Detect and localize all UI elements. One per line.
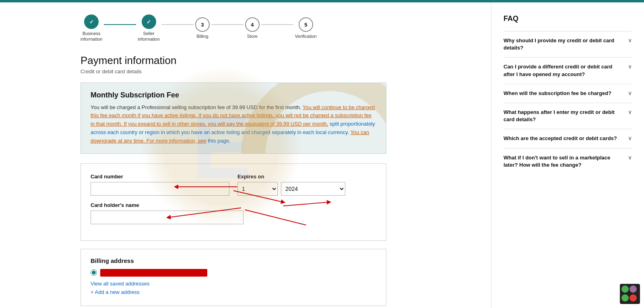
subscription-text: You will be charged a Professional selli… [91,103,376,145]
corner-widget [620,284,640,304]
step-3-label: Billing [196,33,208,39]
card-number-group: Card number [91,174,229,196]
connector-2 [161,24,194,25]
form-row-card: Card number Expires on 1 2 3 4 5 6 7 [91,174,376,196]
sidebar: FAQ Why should I provide my credit or de… [491,2,644,308]
view-all-addresses-button[interactable]: View all saved addresses [91,281,149,287]
card-holder-label: Card holder's name [91,202,376,208]
billing-box: Billing address ████████████████████████… [80,249,386,306]
faq-question-1: Why should I provide my credit or debit … [504,37,628,52]
faq-item-5[interactable]: Which are the accepted credit or debit c… [504,129,632,148]
step-1-circle: ✓ [84,14,99,29]
step-4: 4 Store [245,17,260,39]
billing-address-row[interactable]: ████████████████████████████ [91,269,376,277]
step-1-label: Businessinformation [80,31,102,42]
step-4-circle: 4 [245,17,260,32]
card-holder-input[interactable] [91,211,244,224]
card-number-label: Card number [91,174,229,180]
corner-dot-1 [621,285,629,293]
form-row-name: Card holder's name [91,202,376,224]
faq-item-3[interactable]: When will the subscription fee be charge… [504,84,632,103]
faq-chevron-4: ∨ [628,109,632,115]
connector-3 [211,24,244,25]
faq-question-5: Which are the accepted credit or debit c… [504,135,628,142]
faq-chevron-6: ∨ [628,154,632,161]
faq-item-4[interactable]: What happens after I enter my credit or … [504,103,632,129]
step-3-circle: 3 [195,17,210,32]
corner-dot-2 [630,285,637,293]
corner-dot-4 [630,294,637,302]
billing-radio[interactable] [91,269,97,276]
step-2-circle: ✓ [142,14,156,29]
step-3: 3 Billing [195,17,210,39]
connector-4 [261,24,293,25]
card-holder-group: Card holder's name [91,202,376,224]
step-5: 5 Verification [295,17,317,39]
corner-dot-3 [621,294,629,302]
faq-item-6[interactable]: What if I don't want to sell in a market… [504,148,632,174]
step-2: ✓ Sellerinformation [138,14,159,42]
expires-label: Expires on [237,174,376,180]
faq-question-2: Can I provide a different credit or debi… [504,63,628,78]
faq-title: FAQ [504,14,632,23]
faq-question-3: When will the subscription fee be charge… [504,90,628,97]
year-select[interactable]: 2024 2025 2026 2027 2028 2029 2030 [281,182,345,196]
subscription-box: Monthly Subscription Fee You will be cha… [80,83,386,154]
faq-chevron-1: ∨ [628,37,632,43]
faq-chevron-5: ∨ [628,135,632,141]
page-title: Payment information [80,54,475,67]
connector-1 [104,24,136,25]
progress-steps: ✓ Businessinformation ✓ Sellerinformatio… [80,10,475,42]
step-4-label: Store [247,33,258,39]
faq-question-4: What happens after I enter my credit or … [504,109,628,123]
this-page-link[interactable]: this page [208,138,229,144]
billing-title: Billing address [91,257,376,264]
faq-item-1[interactable]: Why should I provide my credit or debit … [504,31,632,57]
faq-chevron-2: ∨ [628,63,632,70]
step-2-label: Sellerinformation [138,31,159,42]
card-number-input[interactable] [91,182,229,196]
faq-question-6: What if I don't want to sell in a market… [504,154,628,169]
step-5-circle: 5 [299,17,313,32]
page-subtitle: Credit or debit card details [80,68,475,74]
add-new-address-button[interactable]: + Add a new address [91,289,140,295]
faq-item-2[interactable]: Can I provide a different credit or debi… [504,57,632,83]
expires-group: Expires on 1 2 3 4 5 6 7 8 9 10 [237,174,376,196]
step-1: ✓ Businessinformation [80,14,102,42]
step-5-label: Verification [295,33,317,39]
subscription-title: Monthly Subscription Fee [91,91,376,99]
month-select[interactable]: 1 2 3 4 5 6 7 8 9 10 11 12 [237,182,278,196]
expires-row: 1 2 3 4 5 6 7 8 9 10 11 12 [237,182,376,196]
faq-chevron-3: ∨ [628,90,632,96]
billing-address-redacted: ████████████████████████████ [100,269,207,277]
card-form: Card number Expires on 1 2 3 4 5 6 7 [80,163,386,241]
